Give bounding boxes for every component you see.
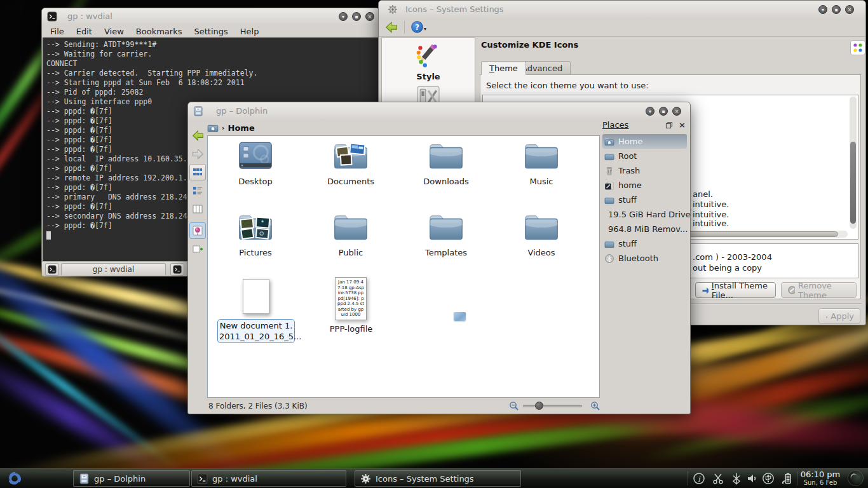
places-item-stuff2[interactable]: stuff	[602, 236, 687, 251]
dolphin-titlebar[interactable]: gp – Dolphin ▾ ▪ ×	[188, 102, 690, 120]
file-item-public[interactable]: Public	[306, 212, 395, 257]
places-item-label: Root	[618, 151, 637, 161]
home-folder-icon[interactable]	[207, 123, 219, 133]
tab-list-button[interactable]	[170, 263, 184, 276]
file-item-desktop[interactable]: Desktop	[211, 141, 300, 186]
settings-titlebar[interactable]: Icons – System Settings ▾ ▪ ×	[379, 1, 865, 18]
help-button[interactable]	[410, 20, 424, 34]
log-preview-line: uid 1000	[336, 312, 366, 318]
places-item-home-drive[interactable]: home	[602, 178, 687, 193]
settings-toolbar: ▾	[379, 18, 865, 37]
places-item-trash[interactable]: Trash	[602, 163, 687, 178]
zoom-in-icon[interactable]	[590, 401, 600, 411]
menu-bookmarks[interactable]: Bookmarks	[136, 27, 182, 36]
task-system-settings[interactable]: Icons – System Settings	[355, 470, 521, 487]
selected-file-label[interactable]: New document 1. 2011_01_20_16_5...	[217, 319, 295, 343]
module-icon	[850, 40, 865, 55]
list-row-fragment[interactable]: intuitive.	[693, 219, 729, 228]
task-dolphin[interactable]: gp – Dolphin	[73, 470, 190, 487]
terminal-title: gp : wvdial	[67, 11, 112, 21]
file-item-music[interactable]: Music	[497, 141, 586, 186]
places-item-root[interactable]: Root	[602, 149, 687, 163]
usb-device-icon[interactable]	[762, 472, 775, 485]
file-item-pictures[interactable]: Pictures	[211, 212, 300, 257]
file-item-videos[interactable]: Videos	[497, 212, 586, 257]
places-item-bluetooth[interactable]: Bluetooth	[602, 251, 687, 266]
back-button[interactable]	[189, 127, 206, 144]
icons-view-button[interactable]	[189, 164, 206, 180]
places-item-home[interactable]: Home	[602, 134, 687, 149]
minimize-button[interactable]: ▾	[818, 5, 827, 14]
log-file-label[interactable]: PPP-logfile	[327, 324, 375, 334]
forward-button[interactable]	[189, 146, 206, 162]
scrollbar-thumb[interactable]	[850, 142, 856, 224]
split-view-button[interactable]	[189, 241, 206, 257]
places-item-label: home	[618, 180, 642, 190]
apply-button[interactable]: Apply	[818, 308, 860, 324]
sidebar-item-style[interactable]: Style	[382, 42, 475, 81]
selected-file-line1: New document 1.	[219, 320, 293, 331]
places-panel: Places × Home Root Trash home	[602, 120, 687, 398]
volume-icon[interactable]	[746, 472, 759, 485]
select-theme-label: Select the icon theme you want to use:	[486, 81, 649, 90]
clock[interactable]: 06:10 pm Sun, 6 Feb	[799, 470, 841, 487]
places-item-stuff[interactable]: stuff	[602, 193, 687, 207]
terminal-tab[interactable]: gp : wvdial	[61, 263, 166, 275]
zoom-slider-track[interactable]	[523, 405, 582, 407]
maximize-button[interactable]: ▪	[832, 5, 841, 14]
back-button[interactable]	[384, 20, 399, 34]
install-theme-button[interactable]: Install Theme File...	[695, 282, 776, 298]
places-item-removable[interactable]: 964.8 MiB Remov...	[602, 222, 687, 236]
list-row-fragment[interactable]: intuitive.	[693, 210, 729, 219]
file-item-label: Videos	[497, 248, 586, 257]
documents-folder-icon	[332, 141, 369, 172]
file-item-templates[interactable]: Templates	[402, 212, 491, 257]
vertical-scrollbar[interactable]	[850, 97, 857, 229]
places-item-hard-drive[interactable]: 19.5 GiB Hard Drive	[602, 207, 687, 222]
dolphin-icon	[79, 473, 90, 484]
menu-file[interactable]: File	[50, 27, 64, 36]
chevron-down-icon[interactable]: ▾	[424, 26, 426, 32]
file-item-downloads[interactable]: Downloads	[402, 141, 491, 186]
folder-icon	[523, 141, 560, 172]
tab-theme[interactable]: Theme	[481, 61, 526, 75]
app-launcher-button[interactable]	[5, 470, 24, 487]
battery-icon[interactable]	[780, 472, 793, 485]
menu-edit[interactable]: Edit	[76, 27, 92, 36]
file-item-new-document[interactable]	[243, 279, 269, 314]
maximize-button[interactable]: ▪	[352, 12, 361, 21]
details-view-button[interactable]	[189, 182, 206, 199]
terminal-titlebar[interactable]: gp : wvdial ▾ ▪ ×	[42, 8, 379, 25]
panel-toolbox-cashew[interactable]	[848, 470, 864, 486]
file-item-ppp-logfile[interactable]: Jan 17 09:4 7:18 gp-Asp ire-5738 pp pd[1…	[335, 277, 367, 320]
close-button[interactable]: ×	[672, 107, 681, 116]
columns-view-button[interactable]	[189, 201, 206, 217]
menu-view[interactable]: View	[104, 27, 124, 36]
file-item-documents[interactable]: Documents	[306, 141, 395, 186]
minimize-button[interactable]: ▾	[339, 12, 348, 21]
list-row-fragment[interactable]: anel.	[693, 189, 713, 199]
menu-settings[interactable]: Settings	[194, 27, 227, 36]
new-tab-button[interactable]	[45, 263, 59, 276]
folder-icon	[428, 141, 465, 172]
clipboard-scissors-icon[interactable]	[712, 472, 724, 485]
zoom-slider-knob[interactable]	[535, 402, 543, 410]
preview-button[interactable]	[189, 222, 206, 239]
konsole-icon	[197, 473, 208, 484]
list-row-fragment[interactable]: intuitive.	[693, 200, 729, 209]
style-icon	[415, 42, 442, 69]
remove-theme-button[interactable]: Remove Theme	[781, 282, 857, 298]
close-button[interactable]: ×	[365, 12, 374, 21]
breadcrumb-home[interactable]: Home	[228, 123, 255, 133]
maximize-button[interactable]: ▪	[659, 107, 668, 116]
task-wvdial[interactable]: gp : wvdial	[191, 470, 346, 487]
minimize-button[interactable]: ▾	[646, 107, 654, 116]
close-button[interactable]: ×	[845, 5, 854, 14]
menu-help[interactable]: Help	[240, 27, 259, 36]
close-panel-icon[interactable]: ×	[679, 120, 686, 130]
float-panel-icon[interactable]	[665, 121, 673, 129]
info-tray-icon[interactable]	[693, 472, 705, 485]
bluetooth-tray-icon[interactable]	[730, 472, 743, 485]
folder-view[interactable]: Desktop Documents Downloads Music Pictur…	[207, 135, 600, 398]
zoom-out-icon[interactable]	[509, 401, 519, 411]
